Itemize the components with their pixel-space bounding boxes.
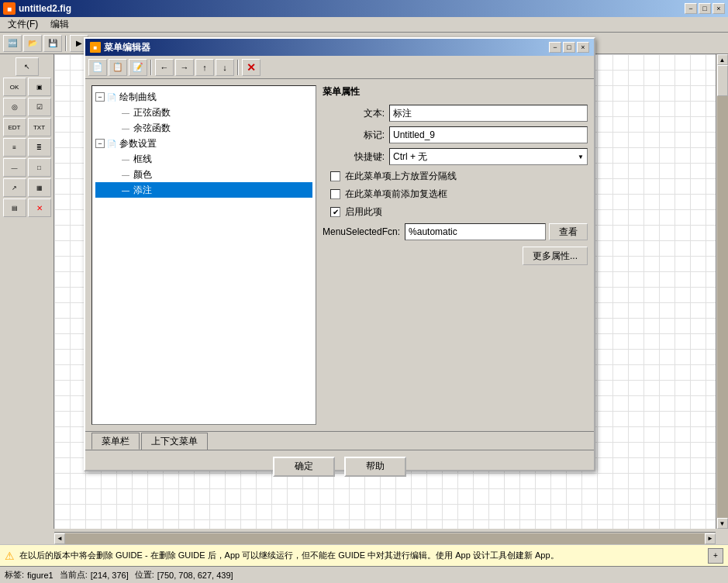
tree-item-color[interactable]: — 颜色 xyxy=(95,167,312,182)
tree-toggle-0[interactable]: − xyxy=(95,92,105,102)
props-title: 菜单属性 xyxy=(323,85,588,98)
tree-item-draw-curve[interactable]: − 📄 绘制曲线 xyxy=(95,89,312,105)
dialog-toolbar-up[interactable]: ↑ xyxy=(195,59,214,76)
tree-icon-4: — xyxy=(120,154,131,164)
tree-label-2: 余弦函数 xyxy=(133,122,171,135)
tree-label-5: 颜色 xyxy=(133,168,152,181)
prop-shortcut-row: 快捷键: Ctrl + 无 ▼ xyxy=(323,148,588,165)
shortcut-value: Ctrl + 无 xyxy=(393,150,427,164)
dialog-close-btn[interactable]: × xyxy=(577,42,589,53)
dialog-ok-button[interactable]: 确定 xyxy=(273,457,335,477)
prop-checkbox2[interactable] xyxy=(330,189,340,199)
prop-checkbox3-row: ✔ 启用此项 xyxy=(330,205,588,219)
tree-item-annotation[interactable]: — 添注 xyxy=(95,182,312,198)
dialog-tab-menubar[interactable]: 菜单栏 xyxy=(91,433,140,450)
dialog-toolbar-sep1 xyxy=(150,60,152,75)
dialog-toolbar-left[interactable]: ← xyxy=(155,59,174,76)
prop-shortcut-label: 快捷键: xyxy=(323,150,385,164)
func-input[interactable] xyxy=(405,223,546,240)
select-arrow-icon: ▼ xyxy=(578,154,584,160)
dialog-toolbar-delete[interactable]: ✕ xyxy=(242,59,260,76)
tree-icon-5: — xyxy=(120,169,131,180)
tree-icon-2: — xyxy=(120,122,131,133)
prop-checkbox1-row: 在此菜单项上方放置分隔线 xyxy=(330,170,588,183)
dialog-tabs: 菜单栏 上下文菜单 xyxy=(85,431,594,450)
prop-tag-label: 标记: xyxy=(323,129,385,142)
dialog-toolbar-sep2 xyxy=(237,60,239,75)
tree-item-sine[interactable]: — 正弦函数 xyxy=(95,105,312,120)
props-panel: 菜单属性 文本: 标记: 快捷键: Ct xyxy=(323,85,588,425)
tree-icon-1: — xyxy=(120,107,131,118)
tree-item-border[interactable]: — 框线 xyxy=(95,151,312,167)
prop-tag-input[interactable] xyxy=(389,126,588,143)
dialog-win-btns: − □ × xyxy=(549,42,589,53)
dialog-toolbar: 📄 📋 📝 ← → ↑ ↓ ✕ xyxy=(85,56,594,79)
dialog-toolbar-right[interactable]: → xyxy=(175,59,194,76)
prop-func-row: MenuSelectedFcn: 查看 xyxy=(323,223,588,240)
more-props-button[interactable]: 更多属性... xyxy=(523,247,588,265)
tree-item-cosine[interactable]: — 余弦函数 xyxy=(95,120,312,136)
main-window: ■ untitled2.fig − □ × 文件(F) 编辑 🆕 📂 💾 ▶ ↖… xyxy=(0,0,728,583)
dialog-titlebar: ■ 菜单编辑器 − □ × xyxy=(85,39,594,56)
prop-checkbox2-label: 在此菜单项前添加复选框 xyxy=(345,188,447,201)
tree-icon-3: 📄 xyxy=(106,138,117,149)
prop-checkbox2-row: 在此菜单项前添加复选框 xyxy=(330,188,588,201)
dialog-toolbar-add-submenu[interactable]: 📋 xyxy=(109,59,127,76)
tree-icon-0: 📄 xyxy=(106,91,117,102)
modal-overlay: ■ 菜单编辑器 − □ × 📄 📋 📝 ← → ↑ ↓ ✕ xyxy=(0,0,728,583)
tree-label-6: 添注 xyxy=(133,184,152,197)
dialog-toolbar-new[interactable]: 📄 xyxy=(88,59,107,76)
dialog-tab-context-menu[interactable]: 上下文菜单 xyxy=(141,433,208,450)
prop-checkbox1-label: 在此菜单项上方放置分隔线 xyxy=(345,170,457,183)
dialog-help-button[interactable]: 帮助 xyxy=(344,457,406,477)
prop-text-label: 文本: xyxy=(323,107,385,120)
prop-text-input[interactable] xyxy=(389,105,588,122)
dialog-footer: 确定 帮助 xyxy=(85,450,594,482)
menu-tree-panel[interactable]: − 📄 绘制曲线 — 正弦函数 — xyxy=(91,85,316,425)
tree-toggle-3[interactable]: − xyxy=(95,139,105,148)
prop-checkbox3-label: 启用此项 xyxy=(345,205,382,219)
dialog-minimize-btn[interactable]: − xyxy=(549,42,561,53)
dialog-body: − 📄 绘制曲线 — 正弦函数 — xyxy=(85,79,594,431)
tree-item-params[interactable]: − 📄 参数设置 xyxy=(95,136,312,151)
tree-label-3: 参数设置 xyxy=(119,137,157,150)
func-label: MenuSelectedFcn: xyxy=(323,226,400,237)
menu-editor-dialog: ■ 菜单编辑器 − □ × 📄 📋 📝 ← → ↑ ↓ ✕ xyxy=(84,37,595,471)
tree-label-4: 框线 xyxy=(133,153,152,166)
prop-shortcut-select[interactable]: Ctrl + 无 ▼ xyxy=(389,148,588,165)
prop-checkbox3[interactable]: ✔ xyxy=(330,207,340,217)
dialog-maximize-btn[interactable]: □ xyxy=(563,42,575,53)
prop-text-row: 文本: xyxy=(323,105,588,122)
dialog-toolbar-down[interactable]: ↓ xyxy=(216,59,234,76)
tree-label-1: 正弦函数 xyxy=(133,106,171,119)
prop-checkbox1[interactable] xyxy=(330,171,340,181)
dialog-icon: ■ xyxy=(90,42,101,53)
dialog-title: 菜单编辑器 xyxy=(104,41,549,54)
tree-icon-6: — xyxy=(120,185,131,195)
dialog-toolbar-edit[interactable]: 📝 xyxy=(129,59,147,76)
tree-label-0: 绘制曲线 xyxy=(119,91,157,104)
func-view-btn[interactable]: 查看 xyxy=(549,223,588,240)
prop-tag-row: 标记: xyxy=(323,126,588,143)
